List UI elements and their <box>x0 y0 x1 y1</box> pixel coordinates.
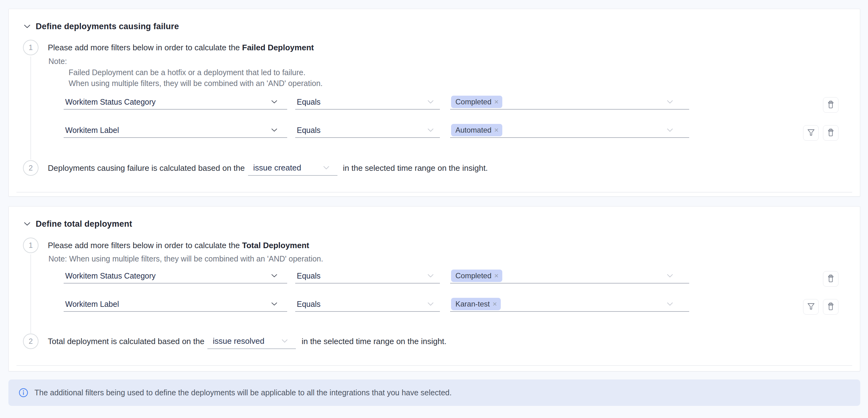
advanced-filter-button[interactable] <box>803 299 819 315</box>
chevron-down-icon[interactable] <box>24 222 30 226</box>
section-title: Define deployments causing failure <box>36 22 179 31</box>
delete-filter-button[interactable] <box>823 299 838 315</box>
filter-field-value: Workitem Label <box>64 126 119 135</box>
chevron-down-icon <box>271 274 277 278</box>
chevron-down-icon <box>271 128 277 132</box>
filter-value-select[interactable]: Completed × <box>450 95 689 110</box>
step1-instruction: Please add more filters below in order t… <box>48 241 309 250</box>
step2-text-before: Total deployment is calculated based on … <box>48 337 204 346</box>
tag-remove-icon[interactable]: × <box>493 300 497 308</box>
section-total-header[interactable]: Define total deployment <box>24 219 132 228</box>
chevron-down-icon <box>667 302 673 306</box>
step2-row: Total deployment is calculated based on … <box>48 333 446 349</box>
filter-value-select[interactable]: Completed × <box>450 269 689 283</box>
filter-field-value: Workitem Label <box>64 300 119 309</box>
filter-operator-select[interactable]: Equals <box>295 95 440 110</box>
event-type-select[interactable]: issue resolved <box>207 333 296 349</box>
section-title: Define total deployment <box>36 219 132 229</box>
tag-label: Completed <box>456 271 491 280</box>
tag-label: Automated <box>456 126 491 135</box>
step1-instruction-text: Please add more filters below in order t… <box>48 43 242 52</box>
filter-operator-select[interactable]: Equals <box>295 123 440 138</box>
step2-row: Deployments causing failure is calculate… <box>48 160 488 176</box>
filter-value-select[interactable]: Automated × <box>450 123 689 138</box>
tag-remove-icon[interactable]: × <box>494 272 499 279</box>
chevron-down-icon <box>428 100 434 104</box>
filter-operator-value: Equals <box>295 300 320 309</box>
delete-filter-button[interactable] <box>823 271 838 287</box>
chevron-down-icon <box>428 128 434 132</box>
tag-label: Karan-test <box>456 300 490 308</box>
chevron-down-icon <box>271 100 277 104</box>
trash-icon <box>827 274 834 284</box>
filter-value-tag: Completed × <box>451 270 502 282</box>
note-line: Note: When using multiple filters, they … <box>49 254 323 263</box>
note-label: Note: <box>49 57 67 66</box>
chevron-down-icon <box>282 339 288 343</box>
filter-operator-value: Equals <box>295 97 320 107</box>
funnel-icon <box>807 128 815 138</box>
step2-text-before: Deployments causing failure is calculate… <box>48 163 245 173</box>
tag-remove-icon[interactable]: × <box>494 126 499 134</box>
step1-instruction-bold: Total Deployment <box>242 241 309 250</box>
step2-text-after: in the selected time range on the insigh… <box>343 163 488 173</box>
delete-filter-button[interactable] <box>823 125 838 141</box>
event-type-value: issue created <box>248 163 302 173</box>
section-define-failure: Define deployments causing failure 1 Ple… <box>8 9 860 197</box>
section-define-total: Define total deployment 1 Please add mor… <box>8 206 860 371</box>
info-icon <box>19 388 28 397</box>
step-connector-line <box>30 57 31 160</box>
step-number-badge: 2 <box>23 160 38 176</box>
filter-field-select[interactable]: Workitem Label <box>64 123 287 138</box>
section-failure-header[interactable]: Define deployments causing failure <box>24 22 179 31</box>
funnel-icon <box>807 302 815 311</box>
event-type-value: issue resolved <box>207 336 264 346</box>
chevron-down-icon <box>667 100 673 104</box>
tag-remove-icon[interactable]: × <box>494 98 499 106</box>
step2-text-after: in the selected time range on the insigh… <box>302 337 446 346</box>
delete-filter-button[interactable] <box>823 97 838 113</box>
step-number-badge: 2 <box>23 333 38 349</box>
info-banner: The additional filters being used to def… <box>8 380 860 406</box>
filter-field-select[interactable]: Workitem Label <box>64 297 287 312</box>
trash-icon <box>827 100 834 110</box>
chevron-down-icon <box>667 128 673 132</box>
filter-operator-value: Equals <box>295 126 320 135</box>
chevron-down-icon[interactable] <box>24 25 30 28</box>
step1-instruction: Please add more filters below in order t… <box>48 43 314 52</box>
step-connector-line <box>30 255 31 333</box>
chevron-down-icon <box>323 166 330 170</box>
filter-field-value: Workitem Status Category <box>64 271 156 280</box>
filter-value-tag: Automated × <box>451 124 502 136</box>
trash-icon <box>827 128 834 138</box>
chevron-down-icon <box>271 302 277 306</box>
note-line: When using multiple filters, they will b… <box>69 79 322 88</box>
chevron-down-icon <box>428 274 434 278</box>
filter-value-tag: Karan-test × <box>451 298 501 310</box>
step1-instruction-bold: Failed Deployment <box>242 43 314 52</box>
step-number-badge: 1 <box>23 238 38 253</box>
section-divider <box>17 365 852 366</box>
filter-operator-value: Equals <box>295 271 320 280</box>
info-banner-text: The additional filters being used to def… <box>34 388 452 397</box>
step1-instruction-text: Please add more filters below in order t… <box>48 241 242 250</box>
chevron-down-icon <box>667 274 673 278</box>
section-divider <box>17 192 852 192</box>
note-line: Failed Deployment can be a hotfix or a d… <box>69 68 306 77</box>
filter-value-tag: Completed × <box>451 96 502 108</box>
step-number-badge: 1 <box>23 40 38 55</box>
advanced-filter-button[interactable] <box>803 125 819 141</box>
chevron-down-icon <box>428 302 434 306</box>
filter-field-select[interactable]: Workitem Status Category <box>64 269 287 283</box>
filter-field-select[interactable]: Workitem Status Category <box>64 95 287 110</box>
filter-field-value: Workitem Status Category <box>64 97 156 107</box>
trash-icon <box>827 302 834 312</box>
tag-label: Completed <box>456 97 491 106</box>
filter-operator-select[interactable]: Equals <box>295 297 440 312</box>
filter-value-select[interactable]: Karan-test × <box>450 297 689 312</box>
event-type-select[interactable]: issue created <box>248 160 337 176</box>
filter-operator-select[interactable]: Equals <box>295 269 440 283</box>
